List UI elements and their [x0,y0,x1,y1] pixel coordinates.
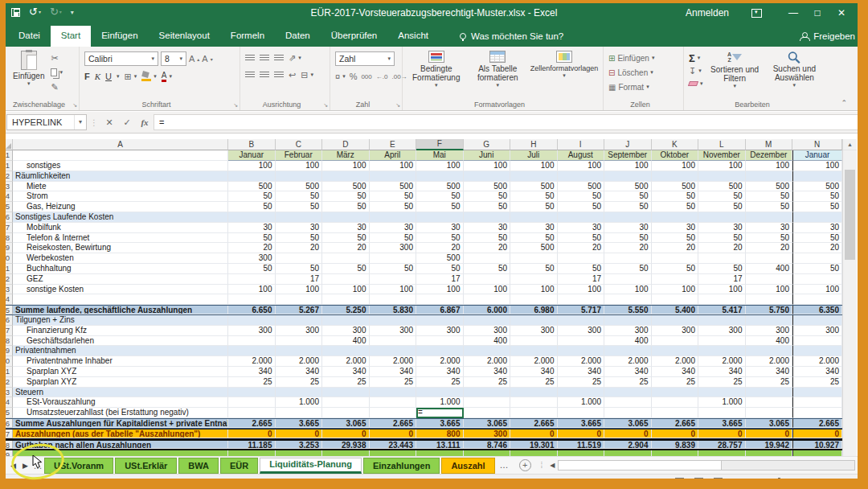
cell-N26[interactable] [792,212,842,223]
cell-L22[interactable] [698,171,746,182]
copy-button[interactable]: ▾ [51,66,63,79]
cell-C33[interactable]: 100 [276,285,323,295]
cell-I40[interactable]: 2.000 [558,356,605,367]
cell-B32[interactable] [228,274,276,285]
format-cells-button[interactable]: ▦Format▾ [608,80,654,93]
scroll-left-icon[interactable]: ◀ [547,462,558,469]
insert-cells-button[interactable]: ⊞Einfügen▾ [608,51,654,64]
cell-K28[interactable]: 50 [652,233,699,244]
cell-B30[interactable]: 300 [228,253,276,264]
cell-G34[interactable] [464,294,511,305]
cell-G31[interactable]: 50 [464,264,511,274]
paste-button[interactable]: Einfügen ▾ [10,50,47,88]
cell-H39[interactable] [510,346,558,356]
cell-H29[interactable]: 500 [510,243,558,253]
cell-H21[interactable]: 100 [510,161,558,171]
cell-J36[interactable] [604,315,652,326]
sheet-tab-e-r[interactable]: EÜR [220,458,258,474]
cell-B43[interactable] [228,388,276,398]
cell-E35[interactable]: 5.830 [370,306,417,314]
cell-E36[interactable] [370,315,417,326]
cell-H28[interactable]: 50 [510,233,558,244]
cell-H32[interactable] [510,274,558,285]
cell-A30[interactable]: Werbekosten [13,253,228,264]
cell-A41[interactable]: Sparplan XYZ [13,367,228,377]
cell-A40[interactable]: Privatentnahme Inhaber [13,356,228,367]
col-header-B[interactable]: B [228,139,276,150]
cell-F35[interactable]: 6.867 [416,306,464,314]
autosum-button[interactable]: Σ▾ [689,51,703,64]
cell-N39[interactable] [792,346,842,356]
cell-H30[interactable] [510,253,558,264]
cell-B27[interactable]: 30 [228,223,276,233]
cell-F32[interactable]: 17 [416,274,464,285]
cell-D24[interactable]: 50 [322,191,370,202]
cell-F44[interactable]: 1.000 [416,397,464,408]
cell-E34[interactable] [370,294,417,305]
cell-J1[interactable]: September [604,150,652,161]
cell-N49[interactable] [792,450,842,456]
bold-button[interactable]: F [84,72,90,81]
cell-F39[interactable] [416,346,464,356]
cell-K22[interactable] [652,171,699,182]
cell-I37[interactable]: 300 [558,326,605,336]
cell-J47[interactable]: 0 [604,429,652,438]
cell-K29[interactable]: 20 [652,243,699,253]
cell-B25[interactable]: 50 [228,202,276,212]
cell-H23[interactable]: 500 [510,182,558,192]
cell-N32[interactable] [792,274,842,285]
cell-J32[interactable] [604,274,652,285]
cell-C27[interactable]: 30 [276,223,323,233]
cell-E25[interactable]: 50 [370,202,417,212]
cell-N35[interactable]: 6.350 [792,306,842,314]
col-header-N[interactable]: N [792,139,842,150]
cell-E39[interactable] [370,346,417,356]
cell-F27[interactable]: 30 [416,223,464,233]
cell-I27[interactable]: 30 [558,223,605,233]
cell-N30[interactable] [792,253,842,264]
cell-A25[interactable]: Gas, Heizung [13,202,228,212]
cell-E49[interactable] [370,450,417,456]
cell-G41[interactable]: 340 [464,367,511,377]
font-dialog-launcher-icon[interactable]: ↘ [233,102,238,109]
cell-H25[interactable]: 50 [510,202,558,212]
cell-M1[interactable]: Dezember [746,150,793,161]
underline-button[interactable]: U [105,72,112,81]
cell-E47[interactable]: 0 [370,429,417,438]
cell-H36[interactable] [510,315,558,326]
align-right-icon[interactable] [274,72,284,79]
cell-B22[interactable] [228,171,276,182]
cell-H40[interactable]: 2.000 [510,356,558,367]
menu-tab-daten[interactable]: Daten [275,26,321,47]
cell-I29[interactable]: 20 [558,243,605,253]
cell-A28[interactable]: Telefon & Internet [13,233,228,244]
format-as-table-button[interactable]: Als Tabelle formatieren ▾ [469,50,527,89]
cell-D44[interactable] [322,397,370,408]
cell-K33[interactable]: 100 [652,285,699,295]
cell-J37[interactable]: 300 [604,326,652,336]
cell-E41[interactable]: 340 [370,367,417,377]
font-size-select[interactable]: 8▾ [161,51,186,66]
cell-M33[interactable]: 100 [746,285,793,295]
scroll-up-icon[interactable]: ▲ [843,139,857,150]
cell-A35[interactable]: Summe laufende, geschäftliche Auszahlung… [13,306,228,314]
cell-G47[interactable]: 300 [464,429,511,438]
insert-function-icon[interactable]: fx [136,117,154,127]
cell-C32[interactable]: 17 [276,274,323,285]
enter-formula-icon[interactable]: ✓ [118,117,136,128]
cell-M24[interactable]: 50 [746,191,793,202]
number-dialog-launcher-icon[interactable]: ↘ [395,102,400,109]
cell-J40[interactable]: 2.000 [604,356,652,367]
cell-D1[interactable]: März [322,150,370,161]
cell-M36[interactable] [746,315,793,326]
cell-H24[interactable]: 50 [510,191,558,202]
cell-B45[interactable] [228,408,276,418]
cell-G22[interactable] [464,171,511,182]
minimize-button[interactable]: — [781,0,805,26]
cell-G28[interactable]: 50 [464,233,511,244]
cell-L29[interactable]: 20 [698,243,746,253]
cell-J26[interactable] [604,212,652,223]
cell-I32[interactable]: 17 [558,274,605,285]
cell-N48[interactable]: 10.927 [792,441,842,450]
cell-A45[interactable]: Umsatzsteuerzahllast (bei Erstattung neg… [13,408,228,418]
